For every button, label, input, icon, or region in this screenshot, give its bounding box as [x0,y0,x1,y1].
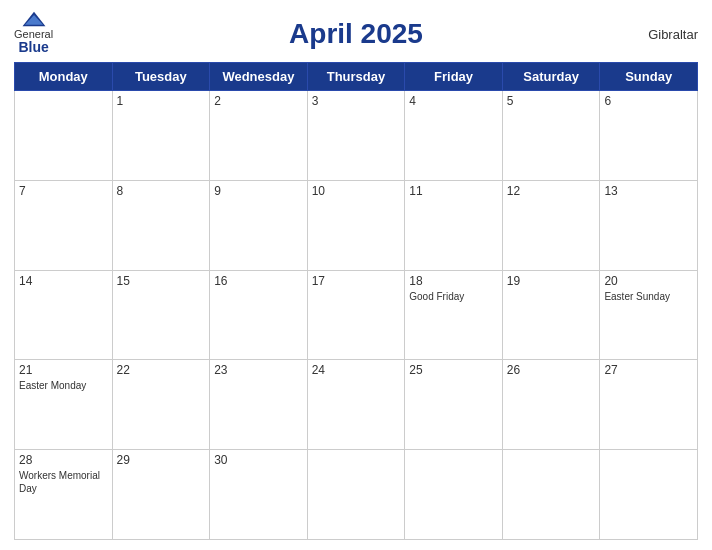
country-label: Gibraltar [648,27,698,42]
calendar-week-row: 1415161718Good Friday1920Easter Sunday [15,270,698,360]
calendar-cell: 1 [112,91,210,181]
date-number: 12 [507,184,596,198]
date-number: 30 [214,453,303,467]
date-number: 15 [117,274,206,288]
date-number: 20 [604,274,693,288]
calendar-cell [405,450,503,540]
calendar-table: Monday Tuesday Wednesday Thursday Friday… [14,62,698,540]
calendar-cell: 7 [15,180,113,270]
calendar-cell [600,450,698,540]
calendar-cell: 19 [502,270,600,360]
holiday-label: Workers Memorial Day [19,469,108,495]
calendar-cell: 23 [210,360,308,450]
holiday-label: Easter Sunday [604,290,693,303]
col-tuesday: Tuesday [112,63,210,91]
calendar-cell: 22 [112,360,210,450]
logo: General Blue [14,10,53,55]
col-thursday: Thursday [307,63,405,91]
calendar-cell: 20Easter Sunday [600,270,698,360]
calendar-cell [15,91,113,181]
calendar-cell: 14 [15,270,113,360]
date-number: 19 [507,274,596,288]
date-number: 24 [312,363,401,377]
col-saturday: Saturday [502,63,600,91]
date-number: 13 [604,184,693,198]
date-number: 27 [604,363,693,377]
calendar-cell: 8 [112,180,210,270]
calendar-cell: 2 [210,91,308,181]
date-number: 7 [19,184,108,198]
calendar-cell: 30 [210,450,308,540]
date-number: 29 [117,453,206,467]
date-number: 10 [312,184,401,198]
calendar-cell: 5 [502,91,600,181]
date-number: 6 [604,94,693,108]
col-monday: Monday [15,63,113,91]
calendar-cell: 4 [405,91,503,181]
calendar-week-row: 78910111213 [15,180,698,270]
calendar-cell: 15 [112,270,210,360]
logo-icon [20,10,48,28]
date-number: 14 [19,274,108,288]
calendar-cell: 18Good Friday [405,270,503,360]
date-number: 17 [312,274,401,288]
col-wednesday: Wednesday [210,63,308,91]
col-sunday: Sunday [600,63,698,91]
date-number: 25 [409,363,498,377]
calendar-cell: 12 [502,180,600,270]
calendar-week-row: 28Workers Memorial Day2930 [15,450,698,540]
date-number: 23 [214,363,303,377]
date-number: 16 [214,274,303,288]
date-number: 28 [19,453,108,467]
date-number: 2 [214,94,303,108]
calendar-cell: 10 [307,180,405,270]
calendar-cell: 16 [210,270,308,360]
calendar-cell: 28Workers Memorial Day [15,450,113,540]
calendar-week-row: 21Easter Monday222324252627 [15,360,698,450]
calendar-page: General Blue April 2025 Gibraltar Monday… [0,0,712,550]
date-number: 11 [409,184,498,198]
date-number: 1 [117,94,206,108]
calendar-cell: 29 [112,450,210,540]
date-number: 8 [117,184,206,198]
calendar-cell [307,450,405,540]
holiday-label: Easter Monday [19,379,108,392]
calendar-cell: 24 [307,360,405,450]
date-number: 26 [507,363,596,377]
date-number: 4 [409,94,498,108]
weekday-header-row: Monday Tuesday Wednesday Thursday Friday… [15,63,698,91]
calendar-cell: 21Easter Monday [15,360,113,450]
col-friday: Friday [405,63,503,91]
calendar-cell [502,450,600,540]
page-title: April 2025 [289,18,423,50]
calendar-cell: 3 [307,91,405,181]
date-number: 5 [507,94,596,108]
calendar-cell: 25 [405,360,503,450]
date-number: 21 [19,363,108,377]
holiday-label: Good Friday [409,290,498,303]
calendar-cell: 26 [502,360,600,450]
calendar-cell: 13 [600,180,698,270]
calendar-cell: 27 [600,360,698,450]
calendar-cell: 6 [600,91,698,181]
calendar-week-row: 123456 [15,91,698,181]
date-number: 18 [409,274,498,288]
calendar-cell: 17 [307,270,405,360]
header: General Blue April 2025 Gibraltar [14,10,698,58]
logo-blue: Blue [18,40,48,55]
date-number: 9 [214,184,303,198]
date-number: 3 [312,94,401,108]
date-number: 22 [117,363,206,377]
calendar-cell: 11 [405,180,503,270]
calendar-cell: 9 [210,180,308,270]
